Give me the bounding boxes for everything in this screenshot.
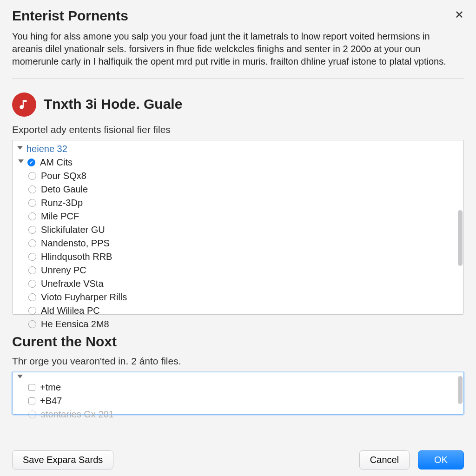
radio-unchecked-icon[interactable] [28,293,36,301]
list-item[interactable]: AM Cits [13,156,463,169]
list-item[interactable]: Slickifulater GU [13,223,463,237]
list-item-label: Pour SQx8 [41,170,86,182]
list-item[interactable]: stontaries Gx 201 [13,408,463,421]
radio-unchecked-icon[interactable] [28,410,36,418]
dialog-root: ✕ Enterist Pornents You hing for alss am… [0,0,476,476]
radio-unchecked-icon[interactable] [28,226,36,234]
section2-listbox[interactable]: +tme+B47stontaries Gx 201 [12,372,464,415]
disclosure-triangle-icon[interactable] [17,375,23,380]
radio-unchecked-icon[interactable] [28,172,36,180]
list-item-label: +tme [40,381,61,394]
list-item-label: Nandensto, PPS [41,237,110,250]
list-item[interactable]: Pour SQx8 [13,169,463,183]
list-item[interactable]: Hlindqusoth RRB [13,250,463,264]
list-item[interactable]: Ald Wililea PC [13,304,463,317]
list-item[interactable]: He Eensica 2M8 [13,317,463,331]
list-item[interactable]: Nandensto, PPS [13,237,463,250]
tree-root[interactable] [13,374,463,381]
list-item-label: Ald Wililea PC [41,304,100,317]
list-item-label: Vioto Fuyharper Rills [41,291,127,304]
checkbox-unchecked-icon[interactable] [28,384,35,391]
radio-checked-icon[interactable] [27,159,35,166]
disclosure-triangle-icon[interactable] [18,159,24,165]
list-item[interactable]: +B47 [13,394,463,408]
list-item[interactable]: Vioto Fuyharper Rills [13,291,463,304]
tree-root[interactable]: heiene 32 [13,142,463,156]
list-item[interactable]: Runz-3Dp [13,196,463,210]
list-item-label: Unreny PC [41,264,86,277]
list-item-label: Runz-3Dp [41,197,83,209]
scrollbar-thumb[interactable] [458,210,463,266]
radio-unchecked-icon[interactable] [28,239,36,247]
radio-unchecked-icon[interactable] [28,320,36,328]
section2-heading: Curent the Noxt [12,332,464,351]
list-item-label: Deto Gaule [41,183,88,196]
list-item-label: Mile PCF [41,210,79,223]
section2-caption: Thr orge you vearon'ted in. 2 ánto files… [12,355,464,368]
list-item-label: AM Cits [40,156,73,169]
dialog-title: Enterist Pornents [12,7,464,26]
section1-header: Tnxth 3i Hode. Guale [12,93,464,117]
list-item-label: +B47 [40,395,62,407]
radio-unchecked-icon[interactable] [28,253,36,261]
section1-caption: Exportel ady entents fisional fier files [12,123,464,136]
checkbox-unchecked-icon[interactable] [28,397,35,404]
radio-unchecked-icon[interactable] [28,280,36,288]
radio-unchecked-icon[interactable] [28,266,36,274]
section1-listbox[interactable]: heiene 32AM CitsPour SQx8Deto GauleRunz-… [12,140,464,315]
save-button[interactable]: Save Expara Sards [12,450,113,469]
dialog-footer: Save Expara Sards Cancel OK [12,450,464,469]
list-item[interactable]: Unefraxle VSta [13,277,463,291]
list-item-label: Unefraxle VSta [41,278,104,290]
list-item-label: Hlindqusoth RRB [41,251,112,263]
scrollbar-thumb[interactable] [458,376,463,404]
tree-root-label: heiene 32 [26,143,67,155]
divider [12,78,464,79]
section1-heading: Tnxth 3i Hode. Guale [44,95,182,114]
ok-button[interactable]: OK [418,450,464,469]
radio-unchecked-icon[interactable] [28,185,36,193]
cancel-button[interactable]: Cancel [359,450,410,469]
radio-unchecked-icon[interactable] [28,199,36,207]
dialog-intro: You hing for alss amone you salp you you… [12,30,449,68]
list-item-label: Slickifulater GU [41,224,105,236]
list-item[interactable]: Mile PCF [13,210,463,223]
music-note-icon [12,93,36,117]
radio-unchecked-icon[interactable] [28,307,36,315]
list-item-label: stontaries Gx 201 [41,408,114,421]
disclosure-triangle-icon[interactable] [17,146,23,152]
radio-unchecked-icon[interactable] [28,212,36,220]
list-item-label: He Eensica 2M8 [41,318,109,331]
list-item[interactable]: Unreny PC [13,264,463,277]
close-icon[interactable]: ✕ [455,8,464,21]
list-item[interactable]: Deto Gaule [13,183,463,196]
list-item[interactable]: +tme [13,381,463,394]
